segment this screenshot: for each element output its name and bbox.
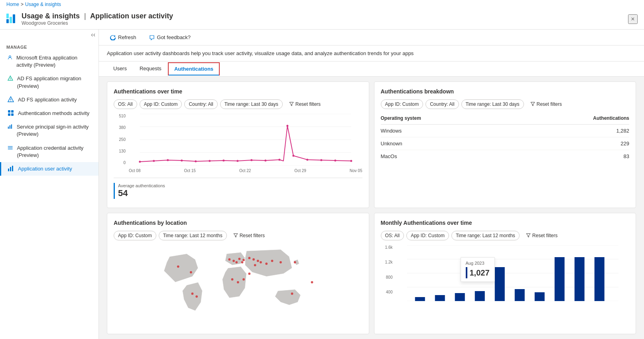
breakdown-row-unknown: Unknown 229 <box>381 137 630 150</box>
feedback-icon <box>149 35 155 40</box>
monthly-filter-appid[interactable]: App ID: Custom <box>406 231 449 240</box>
person-icon <box>8 54 12 61</box>
header-logo-area: Usage & insights | Application user acti… <box>6 12 628 26</box>
filter-country[interactable]: Country: All <box>184 99 217 109</box>
svg-point-32 <box>181 160 183 162</box>
sidebar-item-entra-app[interactable]: Microsoft Entra application activity (Pr… <box>0 51 98 72</box>
svg-point-47 <box>190 271 192 274</box>
svg-rect-14 <box>11 113 14 116</box>
lines-icon <box>8 145 13 151</box>
sidebar-item-service-principal-label: Service principal sign-in activity (Prev… <box>17 123 92 138</box>
svg-point-53 <box>241 261 244 264</box>
auth-by-location-card: Authentications by location App ID: Cust… <box>107 213 369 334</box>
svg-point-55 <box>252 258 255 261</box>
svg-point-10 <box>10 101 11 101</box>
auth-by-location-title: Authentications by location <box>114 220 362 226</box>
world-map <box>114 245 362 325</box>
svg-point-65 <box>248 273 250 275</box>
breakdown-filter-appid[interactable]: App ID: Custom <box>381 99 423 109</box>
svg-rect-81 <box>514 289 524 301</box>
line-chart-wrapper: 510 380 250 130 0 <box>114 114 362 173</box>
sidebar-item-app-credential[interactable]: Application credential activity (Preview… <box>0 141 98 162</box>
svg-point-42 <box>306 159 308 161</box>
tab-requests[interactable]: Requests <box>133 61 168 76</box>
svg-point-52 <box>242 259 245 261</box>
line-chart-inner: Oct 08 Oct 15 Oct 22 Oct 29 Nov 05 <box>129 114 362 173</box>
tooltip-date: Aug 2023 <box>466 261 490 266</box>
svg-rect-22 <box>10 167 11 171</box>
reset-filters-btn-1[interactable]: Reset filters <box>285 99 325 109</box>
svg-rect-15 <box>8 127 9 129</box>
reset-filters-btn-2[interactable]: Reset filters <box>526 99 566 109</box>
chart-icon <box>8 123 13 130</box>
sidebar-item-adfs-activity[interactable]: AD FS application activity <box>0 93 98 107</box>
svg-rect-84 <box>574 257 584 301</box>
tab-authentications[interactable]: Authentications <box>168 62 220 75</box>
monthly-auth-filters: OS: All App ID: Custom Time range: Last … <box>381 231 630 240</box>
filter-appid[interactable]: App ID: Custom <box>140 99 182 109</box>
sidebar-item-adfs-activity-label: AD FS application activity <box>18 96 77 103</box>
sidebar-item-auth-methods[interactable]: Authentication methods activity <box>0 107 98 120</box>
dashboard-grid: Authentications over time OS: All App ID… <box>99 77 644 339</box>
content-area: Refresh Got feedback? Application user a… <box>99 30 644 339</box>
reset-filters-btn-3[interactable]: Reset filters <box>229 231 269 240</box>
svg-point-30 <box>153 160 155 162</box>
svg-point-56 <box>257 260 259 262</box>
svg-point-63 <box>237 281 239 283</box>
app-logo-icon <box>6 14 18 25</box>
line-chart-svg <box>129 114 362 166</box>
svg-point-29 <box>139 161 141 163</box>
svg-rect-13 <box>8 113 10 116</box>
sidebar-item-app-user-activity[interactable]: Application user activity <box>0 162 98 176</box>
monthly-filter-timerange[interactable]: Time range: Last 12 months <box>451 231 520 240</box>
adfs-migration-icon <box>8 75 13 81</box>
grid-icon <box>8 110 14 116</box>
svg-rect-83 <box>554 257 564 301</box>
svg-point-34 <box>209 160 211 162</box>
svg-rect-3 <box>6 14 9 18</box>
sidebar-item-adfs-migration[interactable]: AD FS application migration (Preview) <box>0 72 98 93</box>
y-axis-1: 510 380 250 130 0 <box>114 114 126 173</box>
location-filter-appid[interactable]: App ID: Custom <box>114 231 156 240</box>
auth-breakdown-card: Authentications breakdown App ID: Custom… <box>374 81 636 208</box>
svg-point-51 <box>238 258 240 260</box>
toolbar: Refresh Got feedback? <box>99 30 644 46</box>
sidebar-item-service-principal[interactable]: Service principal sign-in activity (Prev… <box>0 120 98 141</box>
breadcrumb-home[interactable]: Home <box>6 2 19 7</box>
svg-point-54 <box>248 257 250 259</box>
svg-rect-79 <box>475 291 484 301</box>
breakdown-filter-timerange[interactable]: Time range: Last 30 days <box>461 99 524 109</box>
refresh-button[interactable]: Refresh <box>107 33 140 42</box>
svg-rect-1 <box>10 17 12 23</box>
sidebar-collapse-icon[interactable]: ‹‹ <box>91 31 95 38</box>
filter-icon-1 <box>289 102 294 107</box>
header-text-area: Usage & insights | Application user acti… <box>22 12 173 26</box>
breakdown-row-windows: Windows 1,282 <box>381 125 630 137</box>
sidebar-item-app-user-activity-label: Application user activity <box>18 165 72 172</box>
chart2-icon <box>8 165 14 172</box>
close-button[interactable]: × <box>628 14 638 24</box>
filter-timerange[interactable]: Time range: Last 30 days <box>220 99 283 109</box>
bar-chart-svg-wrapper <box>396 245 630 302</box>
refresh-icon <box>110 35 116 40</box>
auth-over-time-filters: OS: All App ID: Custom Country: All Time… <box>114 99 362 109</box>
svg-point-39 <box>278 159 280 161</box>
sidebar-item-adfs-migration-label: AD FS application migration (Preview) <box>17 75 92 89</box>
svg-point-67 <box>291 293 293 295</box>
bar-chart-svg <box>396 245 630 301</box>
svg-rect-23 <box>12 166 13 171</box>
svg-point-61 <box>280 261 282 264</box>
sidebar-item-entra-app-label: Microsoft Entra application activity (Pr… <box>16 54 92 69</box>
monthly-filter-os[interactable]: OS: All <box>381 231 404 240</box>
location-filter-timerange[interactable]: Time range: Last 12 months <box>159 231 227 240</box>
filter-os[interactable]: OS: All <box>114 99 137 109</box>
feedback-button[interactable]: Got feedback? <box>146 33 194 42</box>
tab-users[interactable]: Users <box>107 61 133 76</box>
breakdown-filter-country[interactable]: Country: All <box>425 99 459 109</box>
tooltip-bar <box>466 267 467 278</box>
svg-point-43 <box>320 159 322 161</box>
bar-chart-inner-wrapper: 1.6k 1.2k 800 400 <box>381 245 630 302</box>
svg-point-58 <box>254 264 256 266</box>
svg-rect-21 <box>8 169 9 171</box>
reset-filters-btn-4[interactable]: Reset filters <box>522 231 561 240</box>
